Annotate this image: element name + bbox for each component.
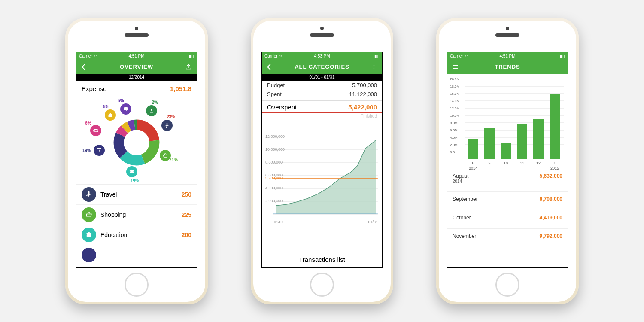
year-label: 2014 (453, 179, 468, 184)
bar-12[interactable] (533, 119, 544, 159)
ytick: 14.0M (450, 99, 459, 103)
date-range-bar[interactable]: 12/2014 (76, 74, 197, 81)
category-value: 225 (182, 211, 191, 218)
ytick: 0.0 (450, 150, 455, 154)
trend-row-aug[interactable]: August2014 5,632,000 (447, 169, 568, 192)
plane-icon (82, 187, 96, 202)
grad-icon (82, 228, 96, 242)
status-time: 4:53 PM (262, 54, 382, 58)
bus-icon (120, 103, 131, 115)
page-title: TRENDS (447, 64, 568, 70)
person-icon (146, 105, 157, 116)
svg-point-16 (374, 68, 374, 69)
house-icon (105, 109, 116, 121)
ytick: 8.0M (450, 121, 458, 125)
svg-rect-9 (94, 129, 98, 131)
battery-icon: ▮▯ (560, 54, 565, 58)
trends-list: August2014 5,632,000 September 8,708,000… (447, 169, 568, 247)
slice-pct-6: 5% (118, 98, 124, 103)
category-row-travel[interactable]: Travel 250 (76, 185, 197, 205)
ytick: 16.0M (450, 92, 459, 96)
battery-icon: ▮▯ (374, 54, 380, 58)
screen-all-categories: Carrierᯤ 4:53 PM ▮▯ ALL CATEGORIES 01/01… (261, 52, 383, 268)
ytick-5: 4,000,000 (265, 186, 283, 190)
ytick: 18.0M (450, 85, 459, 88)
bar-11[interactable] (517, 124, 527, 159)
phone-trends: Carrierᯤ 4:51 PM ▮▯ TRENDS (436, 18, 579, 304)
svg-point-12 (126, 110, 127, 111)
ytick: 12.0M (450, 106, 459, 110)
category-name: Education (100, 231, 127, 238)
category-row-education[interactable]: Education 200 (76, 225, 197, 245)
ytick: 4.0M (450, 136, 458, 140)
share-button[interactable] (185, 63, 192, 71)
battery-icon: ▮▯ (189, 54, 194, 58)
xlabel: 12 (533, 161, 544, 165)
date-range-bar[interactable]: 01/01 - 01/31 (262, 74, 382, 81)
budget-label: Budget (267, 82, 285, 88)
slice-pct-2: 19% (131, 179, 139, 183)
back-button[interactable] (81, 63, 88, 71)
page-title: OVERVIEW (76, 64, 197, 70)
bar-8[interactable] (468, 139, 478, 159)
ytick: 2.0M (450, 143, 458, 147)
slice-pct-4: 6% (85, 121, 91, 125)
plane-icon (161, 120, 173, 131)
spent-label: Spent (267, 91, 282, 97)
expense-donut-chart[interactable]: 23% 21% 19% 19% 6% 5% 5% 2% (76, 94, 197, 184)
xlabel: 9 (484, 161, 495, 165)
budget-value: 5,700,000 (352, 82, 377, 88)
nav-bar: OVERVIEW (76, 60, 197, 74)
month-value: 5,632,000 (540, 173, 562, 179)
month-value: 9,792,000 (540, 233, 562, 239)
back-button[interactable] (266, 63, 274, 71)
trend-row-oct[interactable]: October 4,419,000 (447, 210, 568, 229)
xlabel: 1 (550, 161, 560, 165)
slice-pct-7: 2% (152, 100, 158, 105)
spent-value: 11,122,000 (349, 91, 377, 97)
trend-row-sep[interactable]: September 8,708,000 (447, 192, 568, 210)
overspent-value: 5,422,000 (348, 103, 377, 111)
ytick-1: 10,000,000 (265, 147, 285, 152)
expense-label: Expense (82, 85, 106, 92)
spacer (556, 63, 563, 71)
ytick: 6.0M (450, 128, 458, 132)
month-label: August (453, 173, 468, 179)
trends-bar-chart[interactable]: 20.0M 18.0M 16.0M 14.0M 12.0M 10.0M 8.0M… (449, 76, 566, 169)
category-row-more[interactable] (76, 245, 197, 265)
finished-label: Finished (262, 113, 382, 118)
basket-icon (82, 207, 96, 222)
ytick: 20.0M (450, 77, 459, 81)
overspent-label: Overspent (267, 103, 297, 111)
menu-button[interactable] (452, 63, 459, 71)
bar-9[interactable] (484, 128, 495, 159)
bar-10[interactable] (501, 143, 511, 159)
x-end: 01/31 (368, 220, 378, 224)
ytick-2: 8,000,000 (265, 160, 283, 164)
svg-point-15 (374, 66, 374, 67)
status-bar: Carrierᯤ 4:51 PM ▮▯ (447, 52, 568, 60)
more-button[interactable] (370, 63, 378, 71)
category-value: 250 (182, 191, 191, 198)
ytick-budget: 5,700,000 (265, 176, 283, 180)
nav-bar: TRENDS (447, 60, 568, 74)
category-value: 200 (182, 231, 191, 238)
month-value: 8,708,000 (540, 196, 562, 202)
xlabel: 11 (517, 161, 527, 165)
month-value: 4,419,000 (540, 215, 562, 221)
svg-point-11 (125, 110, 125, 111)
phone-overview: Carrierᯤ 4:51 PM ▮▯ OVERVIEW 12/2014 Exp… (65, 18, 208, 304)
status-time: 4:51 PM (447, 54, 568, 58)
svg-point-8 (126, 132, 146, 152)
ytick: 10.0M (450, 114, 459, 118)
slice-pct-0: 23% (167, 115, 175, 119)
bar-1[interactable] (550, 94, 560, 159)
month-label: October (453, 215, 471, 221)
category-name: Shopping (100, 211, 126, 218)
transactions-list-button[interactable]: Transactions list (262, 252, 382, 267)
trend-row-nov[interactable]: November 9,792,000 (447, 229, 568, 247)
category-row-shopping[interactable]: Shopping 225 (76, 205, 197, 225)
spending-area-chart[interactable]: 12,000,000 10,000,000 8,000,000 6,000,00… (264, 131, 380, 229)
screen-overview: Carrierᯤ 4:51 PM ▮▯ OVERVIEW 12/2014 Exp… (76, 52, 197, 268)
slice-pct-3: 19% (82, 148, 91, 153)
